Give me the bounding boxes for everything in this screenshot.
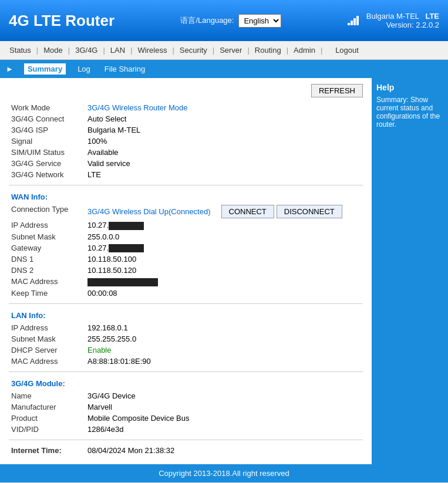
nav-routing[interactable]: Routing: [251, 45, 285, 56]
table-row: Manufacturer Marvell: [9, 401, 363, 413]
table-row: IP Address 10.27.: [9, 219, 363, 231]
table-row: Connection Type 3G/4G Wireless Dial Up(C…: [9, 204, 363, 219]
lan-info-table: IP Address 192.168.0.1 Subnet Mask 255.2…: [9, 322, 363, 367]
subnav-log[interactable]: Log: [75, 63, 93, 75]
table-row: Gateway 10.27.: [9, 242, 363, 254]
subnav: ► Summary Log File Sharing: [0, 60, 448, 78]
ip-label: IP Address: [9, 219, 85, 231]
divider: [9, 303, 363, 304]
language-selector-area: 语言/Language: English: [180, 14, 281, 28]
gateway-redacted: [109, 244, 144, 252]
work-mode-label: Work Mode: [9, 102, 85, 113]
internet-time-value: 08/04/2024 Mon 21:38:32: [85, 445, 363, 456]
table-row: MAC Address A8:88:18:01:8E:90: [9, 356, 363, 367]
table-row: IP Address 192.168.0.1: [9, 322, 363, 333]
main-container: REFRESH Work Mode 3G/4G Wireless Router …: [0, 78, 448, 464]
help-panel: Help Summary: Show current status and co…: [372, 78, 448, 464]
name-label: Name: [9, 390, 85, 401]
ip-redacted: [109, 222, 144, 230]
footer: Copyright 2013-2018.All right reserved: [0, 464, 448, 482]
vidpid-value: 1286/4e3d: [85, 424, 363, 435]
lan-mac-label: MAC Address: [9, 356, 85, 367]
table-row: 3G/4G Network LTE: [9, 169, 363, 180]
table-row: 3G/4G ISP Bulgaria M-TEL: [9, 124, 363, 136]
product-value: Mobile Composite Device Bus: [85, 413, 363, 424]
table-row: DNS 1 10.118.50.100: [9, 254, 363, 265]
dns1-label: DNS 1: [9, 254, 85, 265]
dns1-value: 10.118.50.100: [85, 254, 363, 265]
lan-ip-value: 192.168.0.1: [85, 322, 363, 333]
conn-type-cell: 3G/4G Wireless Dial Up(Connected) CONNEC…: [85, 204, 363, 219]
network-label: 3G/4G Network: [9, 169, 85, 180]
nav-lan[interactable]: LAN: [107, 45, 129, 56]
table-row: 3G/4G Connect Auto Select: [9, 113, 363, 124]
table-row: DNS 2 10.118.50.120: [9, 265, 363, 276]
signal-icon: [348, 15, 361, 25]
wan-row: 3G/4G Wireless Dial Up(Connected) CONNEC…: [87, 205, 361, 218]
version-value: 2.2.0.2: [416, 21, 439, 29]
subnav-summary[interactable]: Summary: [24, 63, 66, 75]
connect-button[interactable]: CONNECT: [221, 205, 274, 218]
wan-title: WAN Info:: [9, 190, 363, 204]
product-label: Product: [9, 413, 85, 424]
nav-wireless[interactable]: Wireless: [134, 45, 171, 56]
signal-bars: [348, 15, 361, 27]
work-mode-value[interactable]: 3G/4G Wireless Router Mode: [87, 103, 188, 112]
ip-value: 10.27.: [85, 219, 363, 231]
subnav-filesharing[interactable]: File Sharing: [102, 63, 147, 75]
disconnect-button[interactable]: DISCONNECT: [277, 205, 342, 218]
wan-info-table: Connection Type 3G/4G Wireless Dial Up(C…: [9, 204, 363, 299]
svg-rect-2: [353, 18, 356, 25]
nav-mode[interactable]: Mode: [40, 45, 66, 56]
manufacturer-label: Manufacturer: [9, 401, 85, 413]
content-area: REFRESH Work Mode 3G/4G Wireless Router …: [0, 78, 372, 464]
table-row: Signal 100%: [9, 136, 363, 147]
sim-value: Available: [85, 147, 363, 158]
module-title: 3G/4G Module:: [9, 377, 363, 390]
header-info: Bulgaria M-TEL LTE Version: 2.2.0.2: [348, 12, 439, 29]
subnet-value: 255.0.0.0: [85, 231, 363, 242]
dns2-label: DNS 2: [9, 265, 85, 276]
nav-3g4g[interactable]: 3G/4G: [72, 45, 101, 56]
table-row: Work Mode 3G/4G Wireless Router Mode: [9, 102, 363, 113]
version-label: Version:: [386, 21, 414, 29]
lan-subnet-label: Subnet Mask: [9, 333, 85, 344]
app-title: 4G LTE Router: [9, 12, 114, 30]
header: 4G LTE Router 语言/Language: English Bulga…: [0, 0, 448, 41]
navbar: Status | Mode | 3G/4G | LAN | Wireless |…: [0, 41, 448, 60]
conn-type-value: 3G/4G Wireless Dial Up(Connected): [87, 207, 211, 216]
dhcp-value[interactable]: Enable: [87, 346, 111, 354]
gateway-value: 10.27.: [85, 242, 363, 254]
table-row: Keep Time 00:00:08: [9, 288, 363, 299]
divider: [9, 371, 363, 372]
svg-rect-1: [351, 21, 353, 25]
language-select[interactable]: English: [238, 14, 281, 28]
language-label: 语言/Language:: [180, 15, 234, 26]
refresh-row: REFRESH: [9, 84, 363, 97]
time-table: Internet Time: 08/04/2024 Mon 21:38:32: [9, 445, 363, 456]
svg-rect-3: [356, 16, 359, 25]
mac-redacted: [87, 278, 158, 286]
table-row: DHCP Server Enable: [9, 344, 363, 356]
name-value: 3G/4G Device: [85, 390, 363, 401]
internet-time-label: Internet Time:: [11, 446, 62, 455]
provider-info: Bulgaria M-TEL LTE Version: 2.2.0.2: [366, 12, 439, 29]
subnav-arrow: ►: [6, 65, 14, 73]
nav-status[interactable]: Status: [6, 45, 35, 56]
manufacturer-value: Marvell: [85, 401, 363, 413]
network-value: LTE: [85, 169, 363, 180]
table-row: SIM/UIM Status Available: [9, 147, 363, 158]
refresh-button[interactable]: REFRESH: [311, 84, 363, 97]
nav-admin[interactable]: Admin: [290, 45, 319, 56]
isp-label: 3G/4G ISP: [9, 124, 85, 136]
vidpid-label: VID/PID: [9, 424, 85, 435]
nav-security[interactable]: Security: [176, 45, 211, 56]
module-info-table: Name 3G/4G Device Manufacturer Marvell P…: [9, 390, 363, 435]
lan-subnet-value: 255.255.255.0: [85, 333, 363, 344]
table-row: Internet Time: 08/04/2024 Mon 21:38:32: [9, 445, 363, 456]
table-row: MAC Address: [9, 276, 363, 288]
nav-logout[interactable]: Logout: [332, 45, 362, 56]
nav-server[interactable]: Server: [216, 45, 245, 56]
table-row: VID/PID 1286/4e3d: [9, 424, 363, 435]
table-row: Subnet Mask 255.255.255.0: [9, 333, 363, 344]
